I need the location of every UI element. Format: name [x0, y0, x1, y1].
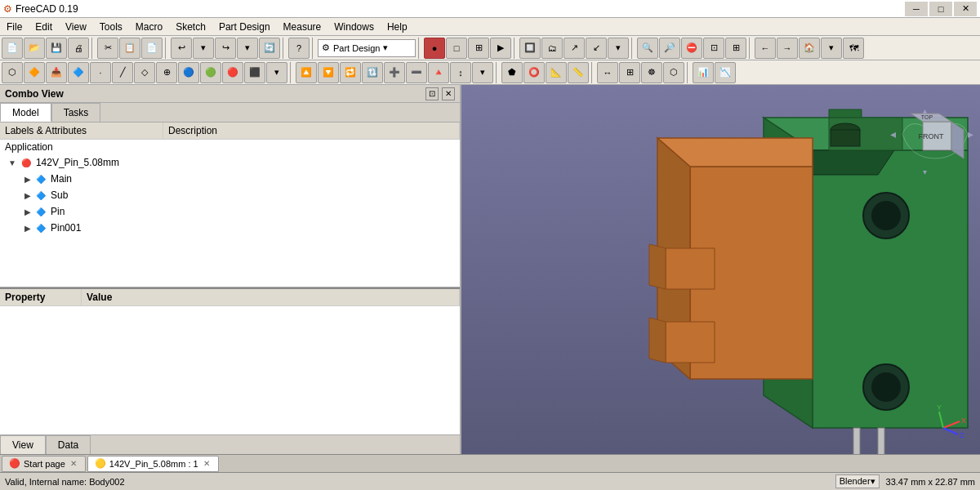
nav-back[interactable]: ← — [755, 38, 776, 59]
paste-button[interactable]: 📄 — [141, 38, 163, 59]
pd-pocket[interactable]: 🔽 — [318, 62, 339, 83]
nav-2[interactable]: 🔎 — [659, 38, 680, 59]
view-persp[interactable]: 🗺 — [843, 38, 864, 59]
new-button[interactable]: 📄 — [2, 38, 23, 59]
menu-file[interactable]: File — [0, 20, 29, 34]
tree-item-pin001[interactable]: ▶ 🔷 Pin001 — [0, 220, 460, 236]
pd-11[interactable]: 🔴 — [222, 62, 243, 83]
minimize-button[interactable]: ─ — [905, 2, 928, 16]
refresh-button[interactable]: 🔄 — [259, 38, 280, 59]
save-button[interactable]: 💾 — [46, 38, 67, 59]
nav-1[interactable]: 🔍 — [637, 38, 658, 59]
pd-3[interactable]: 📥 — [46, 62, 67, 83]
tree-item-root[interactable]: ▼ 🔴 142V_Pin_5.08mm — [0, 154, 460, 171]
viewport[interactable]: FRONT TOP ◂ ▸ ▴ ▾ X Y Z — [461, 85, 980, 454]
pd-groove[interactable]: 🔃 — [362, 62, 383, 83]
view3d-1[interactable]: 🔲 — [519, 38, 541, 59]
menu-partdesign[interactable]: Part Design — [212, 20, 277, 34]
view-pts[interactable]: ⊞ — [468, 38, 489, 59]
menu-view[interactable]: View — [59, 20, 93, 34]
tab-model[interactable]: Model — [0, 103, 51, 122]
app-icon: ⚙ — [3, 3, 12, 15]
help-button[interactable]: ? — [288, 38, 310, 59]
workbench-dropdown[interactable]: ⚙ Part Design ▾ — [318, 39, 416, 57]
tree-item-pin[interactable]: ▶ 🔷 Pin — [0, 203, 460, 220]
menu-sketch[interactable]: Sketch — [169, 20, 212, 34]
tree-item-sub[interactable]: ▶ 🔷 Sub — [0, 187, 460, 203]
nav-5[interactable]: ⊞ — [725, 38, 746, 59]
pd-addmore[interactable]: ➕ — [384, 62, 405, 83]
doctab-model-close[interactable]: ✕ — [202, 459, 212, 469]
btab-view[interactable]: View — [0, 435, 46, 454]
pd-draft[interactable]: 📐 — [546, 62, 567, 83]
pd-multitrns[interactable]: ⬡ — [663, 62, 684, 83]
view3d-4[interactable]: ↙ — [586, 38, 607, 59]
pd-measure2[interactable]: 📉 — [715, 62, 736, 83]
view3d-3[interactable]: ↗ — [564, 38, 585, 59]
view-wire[interactable]: □ — [446, 38, 467, 59]
redo-button[interactable]: ↪ — [215, 38, 236, 59]
pd-sub2[interactable]: ➖ — [406, 62, 427, 83]
pd-5[interactable]: · — [90, 62, 111, 83]
combo-restore[interactable]: ⊡ — [425, 87, 439, 100]
pd-7[interactable]: ◇ — [134, 62, 155, 83]
tree-item-main[interactable]: ▶ 🔷 Main — [0, 171, 460, 187]
menu-tools[interactable]: Tools — [93, 20, 129, 34]
pd-linearpattern[interactable]: ⊞ — [619, 62, 640, 83]
menu-windows[interactable]: Windows — [327, 20, 381, 34]
view-box[interactable]: ● — [424, 38, 445, 59]
blender-mode[interactable]: Blender▾ — [835, 474, 880, 488]
menu-macro[interactable]: Macro — [129, 20, 169, 34]
menu-help[interactable]: Help — [381, 20, 414, 34]
pd-rev[interactable]: 🔁 — [340, 62, 361, 83]
undo-dropdown[interactable]: ▾ — [193, 38, 214, 59]
pd-measure1[interactable]: 📊 — [693, 62, 714, 83]
nav-4[interactable]: ⊡ — [703, 38, 724, 59]
pd-12[interactable]: ⬛ — [244, 62, 265, 83]
pd-4[interactable]: 🔷 — [68, 62, 89, 83]
pd-polarpattern[interactable]: ☸ — [641, 62, 662, 83]
pd-extrude[interactable]: 🔼 — [296, 62, 317, 83]
close-button[interactable]: ✕ — [954, 2, 977, 16]
pd-fillet[interactable]: ⭕ — [523, 62, 545, 83]
tree-area: Labels & Attributes Description Applicat… — [0, 122, 460, 287]
copy-button[interactable]: 📋 — [119, 38, 140, 59]
nav-dropdown[interactable]: ▾ — [821, 38, 842, 59]
combo-close[interactable]: ✕ — [442, 87, 455, 100]
menu-measure[interactable]: Measure — [277, 20, 328, 34]
undo-button[interactable]: ↩ — [171, 38, 192, 59]
view3d-5[interactable]: ▾ — [608, 38, 629, 59]
nav-fwd[interactable]: → — [777, 38, 798, 59]
nav-home[interactable]: 🏠 — [799, 38, 820, 59]
redo-dropdown[interactable]: ▾ — [237, 38, 258, 59]
cut-button[interactable]: ✂ — [97, 38, 118, 59]
doctab-model[interactable]: 🟡 142V_Pin_5.08mm : 1 ✕ — [87, 456, 219, 472]
pd-9[interactable]: 🔵 — [178, 62, 199, 83]
pd-sweep[interactable]: ↕ — [450, 62, 471, 83]
view-play[interactable]: ▶ — [490, 38, 511, 59]
pd-8[interactable]: ⊕ — [156, 62, 177, 83]
doctab-startpage-close[interactable]: ✕ — [69, 459, 78, 469]
menu-edit[interactable]: Edit — [29, 20, 59, 34]
pd-6[interactable]: ╱ — [112, 62, 133, 83]
svg-point-6 — [871, 201, 901, 230]
pd-2[interactable]: 🔶 — [24, 62, 45, 83]
pd-10[interactable]: 🟢 — [200, 62, 221, 83]
pd-mirror[interactable]: ↔ — [597, 62, 618, 83]
pd-13[interactable]: ▾ — [266, 62, 287, 83]
nav-3[interactable]: ⛔ — [681, 38, 702, 59]
pd-1[interactable]: ⬡ — [2, 62, 23, 83]
maximize-button[interactable]: □ — [929, 2, 952, 16]
print-button[interactable]: 🖨 — [68, 38, 89, 59]
svg-text:FRONT: FRONT — [919, 132, 944, 140]
status-message: Valid, Internal name: Body002 — [5, 477, 125, 487]
pd-thickness[interactable]: 📏 — [568, 62, 589, 83]
pd-loft[interactable]: 🔺 — [428, 62, 449, 83]
view3d-2[interactable]: 🗂 — [541, 38, 563, 59]
doctab-startpage[interactable]: 🔴 Start page ✕ — [2, 456, 86, 472]
pd-dropdown2[interactable]: ▾ — [472, 62, 493, 83]
pd-chamfer[interactable]: ⬟ — [501, 62, 523, 83]
tab-tasks[interactable]: Tasks — [51, 103, 101, 122]
btab-data[interactable]: Data — [46, 435, 91, 454]
open-button[interactable]: 📂 — [24, 38, 45, 59]
